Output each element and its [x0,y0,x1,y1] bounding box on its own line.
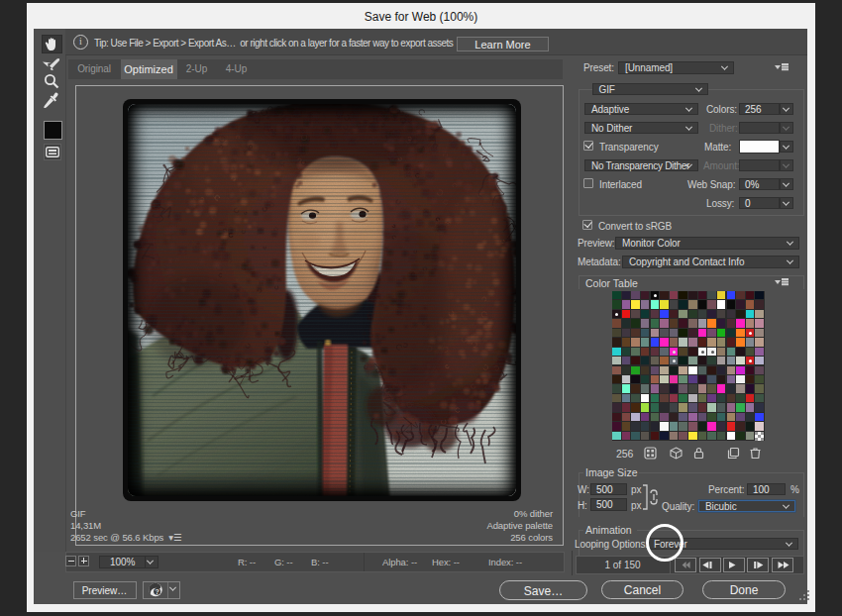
svg-text:?: ? [155,588,158,595]
